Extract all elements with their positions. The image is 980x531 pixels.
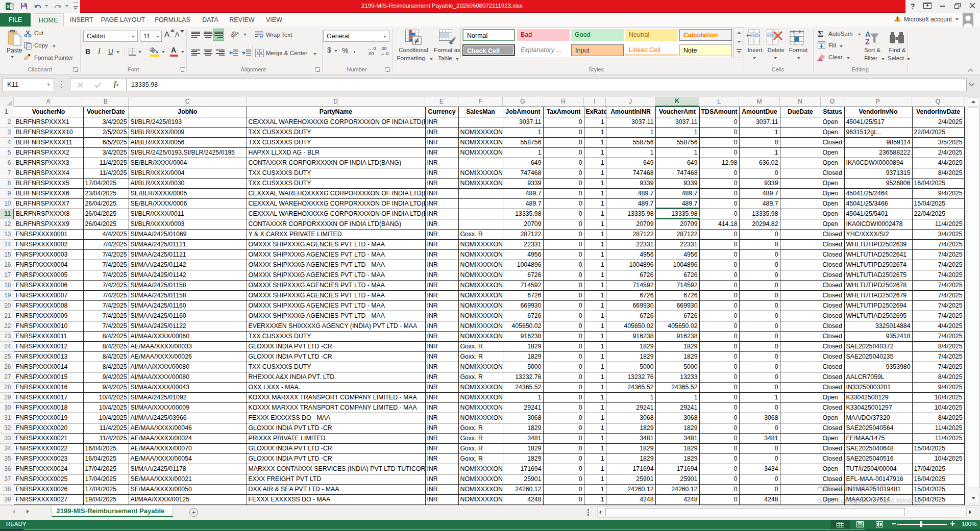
svg-text:A: A xyxy=(865,30,870,38)
svg-text:Z: Z xyxy=(865,38,870,45)
svg-text:X: X xyxy=(7,4,10,9)
